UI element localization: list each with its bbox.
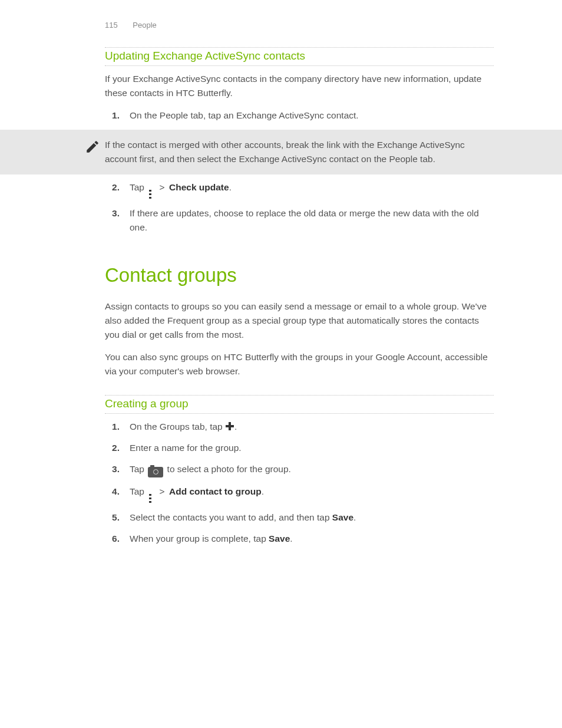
subheading-creating: Creating a group bbox=[105, 395, 494, 414]
note-text: If the contact is merged with other acco… bbox=[105, 140, 465, 164]
step-text: On the People tab, tap an Exchange Activ… bbox=[130, 110, 359, 120]
step-text: If there are updates, choose to replace … bbox=[130, 208, 479, 232]
step-item: On the Groups tab, tap . bbox=[105, 420, 494, 434]
subheading-updating: Updating Exchange ActiveSync contacts bbox=[105, 47, 494, 66]
step-item: Select the contacts you want to add, and… bbox=[105, 510, 494, 525]
more-options-icon bbox=[148, 189, 154, 199]
step-text-c: . bbox=[229, 182, 232, 192]
step-item: Enter a name for the group. bbox=[105, 441, 494, 455]
page-number: 115 bbox=[105, 21, 118, 29]
pencil-icon bbox=[85, 139, 100, 159]
intro-paragraph: If your Exchange ActiveSync contacts in … bbox=[105, 72, 494, 100]
step-text-a: On the Groups tab, tap bbox=[130, 421, 225, 431]
more-options-icon bbox=[148, 493, 154, 503]
action-label: Add contact to group bbox=[169, 486, 262, 496]
plus-icon bbox=[226, 422, 234, 430]
step-text-c: . bbox=[262, 486, 264, 496]
page-header: 115 People bbox=[105, 21, 494, 29]
step-separator: > bbox=[157, 486, 167, 496]
step-item: Tap to select a photo for the group. bbox=[105, 462, 494, 477]
step-item: If there are updates, choose to replace … bbox=[105, 206, 494, 235]
step-text-c: . bbox=[353, 512, 356, 522]
note-box: If the contact is merged with other acco… bbox=[0, 130, 562, 174]
step-text-c: . bbox=[290, 533, 292, 543]
section-title: People bbox=[133, 21, 156, 29]
step-item: On the People tab, tap an Exchange Activ… bbox=[105, 108, 494, 123]
document-page: 115 People Updating Exchange ActiveSync … bbox=[0, 0, 562, 728]
step-text-b: . bbox=[234, 421, 237, 431]
step-item: Tap > Add contact to group. bbox=[105, 485, 494, 503]
step-text-a: When your group is complete, tap bbox=[130, 533, 269, 543]
action-label: Save bbox=[269, 533, 290, 543]
action-label: Check update bbox=[169, 182, 229, 192]
camera-icon bbox=[148, 467, 163, 477]
step-text-a: Tap bbox=[130, 464, 147, 474]
paragraph: You can also sync groups on HTC Butterfl… bbox=[105, 350, 494, 378]
steps-list-2: On the Groups tab, tap . Enter a name fo… bbox=[105, 420, 494, 546]
step-item: When your group is complete, tap Save. bbox=[105, 532, 494, 546]
main-heading-contact-groups: Contact groups bbox=[105, 264, 494, 286]
step-text-a: Select the contacts you want to add, and… bbox=[130, 512, 332, 522]
step-text-b: to select a photo for the group. bbox=[164, 464, 291, 474]
step-text: Enter a name for the group. bbox=[130, 443, 242, 453]
paragraph: Assign contacts to groups so you can eas… bbox=[105, 299, 494, 342]
step-item: Tap > Check update. bbox=[105, 180, 494, 199]
step-text-a: Tap bbox=[130, 486, 147, 496]
step-text-a: Tap bbox=[130, 182, 147, 192]
steps-list-1b: Tap > Check update. If there are updates… bbox=[105, 180, 494, 235]
action-label: Save bbox=[332, 512, 353, 522]
steps-list-1a: On the People tab, tap an Exchange Activ… bbox=[105, 108, 494, 123]
step-separator: > bbox=[157, 182, 167, 192]
